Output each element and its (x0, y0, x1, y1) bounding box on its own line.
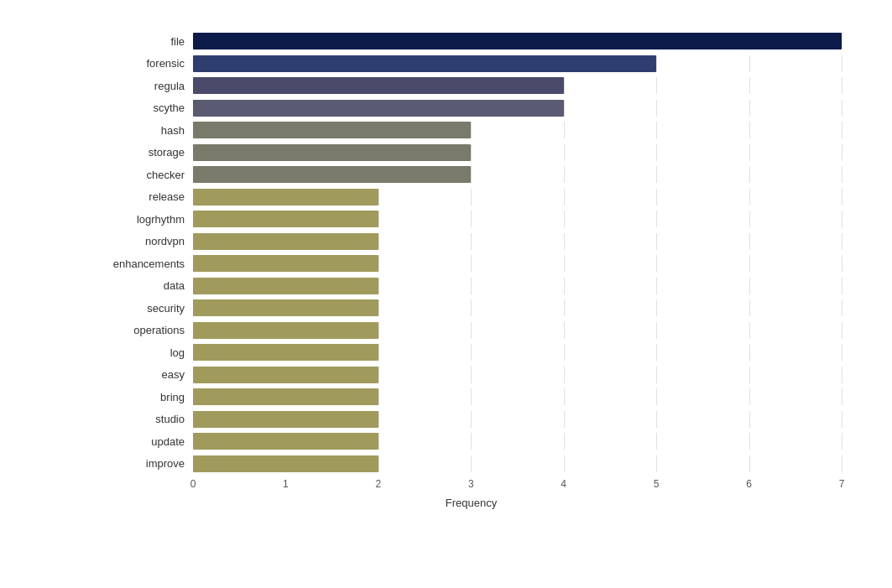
bar-row: release (101, 186, 842, 209)
bar-label: easy (101, 368, 193, 381)
bar-label: hash (101, 124, 193, 137)
bar-fill (193, 344, 378, 361)
x-tick-label: 2 (376, 478, 382, 490)
bar-row: scythe (101, 97, 842, 120)
bar-label: security (101, 302, 193, 315)
bar-row: logrhythm (101, 208, 842, 231)
bar-fill (193, 299, 378, 316)
bar-label: log (101, 346, 193, 359)
bar-row: easy (101, 364, 842, 387)
bar-row: bring (101, 386, 842, 408)
bar-label: update (101, 435, 193, 448)
bar-fill (193, 322, 378, 339)
bar-label: regula (101, 80, 193, 92)
bar-label: file (101, 35, 193, 48)
bar-row: update (101, 430, 842, 453)
x-tick-label: 4 (561, 478, 566, 490)
bar-row: forensic (101, 53, 842, 75)
bar-label: studio (101, 413, 193, 425)
bar-label: nordvpn (101, 235, 193, 247)
bar-row: regula (101, 75, 842, 97)
bar-label: forensic (101, 57, 193, 70)
bar-row: nordvpn (101, 231, 842, 253)
chart-inner: fileforensicregulascythehashstoragecheck… (101, 30, 842, 475)
bar-label: improve (101, 457, 193, 470)
bar-row: storage (101, 142, 842, 164)
bar-row: studio (101, 408, 842, 431)
bar-fill (193, 233, 378, 250)
x-tick-label: 6 (746, 478, 752, 490)
bar-fill (193, 144, 471, 161)
bar-label: release (101, 190, 193, 203)
bar-row: improve (101, 453, 842, 476)
bar-fill (193, 166, 471, 183)
chart-container: fileforensicregulascythehashstoragecheck… (0, 0, 892, 588)
bar-label: storage (101, 146, 193, 159)
bar-fill (193, 211, 378, 227)
bar-fill (193, 77, 564, 94)
bar-label: scythe (101, 101, 193, 114)
bar-fill (193, 189, 378, 206)
x-axis-label: Frequency (101, 497, 842, 509)
bar-label: bring (101, 391, 193, 403)
bar-row: operations (101, 320, 842, 342)
bar-row: data (101, 275, 842, 298)
bar-row: enhancements (101, 252, 842, 275)
bar-fill (193, 55, 656, 72)
bar-label: checker (101, 169, 193, 181)
bar-row: checker (101, 164, 842, 186)
bar-fill (193, 33, 842, 49)
bar-fill (193, 122, 471, 138)
bar-label: logrhythm (101, 213, 193, 226)
bar-row: hash (101, 119, 842, 142)
bar-fill (193, 433, 378, 450)
bar-fill (193, 455, 378, 472)
bar-fill (193, 100, 564, 117)
chart-area: fileforensicregulascythehashstoragecheck… (101, 30, 842, 517)
x-tick-label: 0 (190, 478, 196, 490)
bar-label: operations (101, 324, 193, 336)
bar-row: log (101, 341, 842, 364)
x-tick-label: 5 (654, 478, 660, 490)
x-tick-label: 3 (468, 478, 474, 490)
bar-fill (193, 255, 378, 272)
bar-label: data (101, 279, 193, 292)
bar-row: security (101, 297, 842, 320)
bar-fill (193, 367, 378, 383)
bar-fill (193, 278, 378, 294)
bar-row: file (101, 30, 842, 53)
bar-label: enhancements (101, 258, 193, 270)
x-tick-label: 7 (839, 478, 845, 490)
bar-fill (193, 411, 378, 428)
bar-fill (193, 388, 378, 405)
x-tick-label: 1 (283, 478, 289, 490)
